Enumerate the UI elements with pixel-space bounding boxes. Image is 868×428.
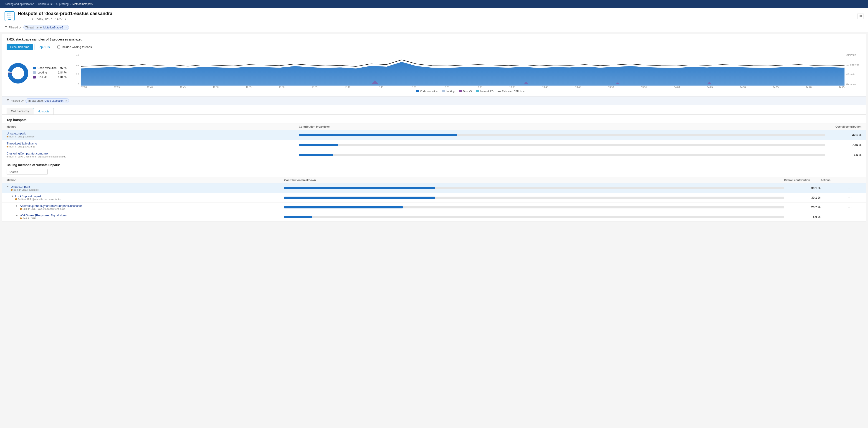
breadcrumb-item-profiling[interactable]: Profiling and optimization (4, 2, 34, 6)
call-actions-btn-1[interactable]: ··· (848, 186, 861, 190)
tab-execution-time[interactable]: Execution time (7, 44, 33, 50)
checkbox-text: Include waiting threads (62, 45, 92, 49)
include-waiting-threads-label[interactable]: Include waiting threads (57, 45, 92, 49)
method-name-2: Thread.setNativeName (7, 142, 299, 145)
legend-label-code: Code execution (37, 66, 56, 70)
filter2-chip-key: Thread state: (28, 99, 44, 102)
next-time-btn[interactable]: › (64, 17, 67, 21)
legend-pct-diskio: 1.31 % (58, 75, 66, 79)
call-bar-container-2 (284, 196, 784, 199)
hotspot-pct-3: 6.5 % (825, 153, 861, 157)
breadcrumb-item-hotspots[interactable]: Method hotspots (72, 2, 93, 6)
hotspot-row-unsafe-unpark[interactable]: Unsafe.unpark Built-In JRE | sun.misc 30… (2, 130, 866, 140)
call-pct-3: 23.7 % (784, 206, 820, 209)
y-right-0ms: 0 ms/min (846, 83, 856, 86)
legend-label-locking: Locking (37, 71, 47, 74)
x-13:10: 13:10 (345, 86, 350, 89)
chart-legend: Code execution Locking Disk I/O Network … (79, 90, 861, 93)
tree-toggle-2[interactable]: ▼ (11, 195, 14, 197)
breadcrumb-item-cpu[interactable]: Continuous CPU profiling (38, 2, 69, 6)
x-13:55: 13:55 (641, 86, 647, 89)
tree-toggle-4[interactable]: ▶ (16, 214, 19, 217)
tab-call-hierarchy[interactable]: Call hierarchy (7, 108, 33, 115)
logo-dot (8, 19, 11, 20)
filter-chip-close[interactable]: × (65, 26, 67, 29)
call-method-name-2: LockSupport.unpark (15, 194, 61, 198)
call-bar-3 (284, 206, 784, 208)
x-13:15: 13:15 (378, 86, 383, 89)
hotspot-method-1: Unsafe.unpark Built-In JRE | sun.misc (7, 132, 299, 138)
x-14:15: 14:15 (773, 86, 779, 89)
col-contribution-breakdown: Contribution breakdown (299, 125, 825, 128)
method-name-1: Unsafe.unpark (7, 132, 299, 135)
call-pct-2: 30.1 % (784, 196, 820, 199)
call-bar-4 (284, 216, 784, 218)
call-col-empty (848, 179, 861, 182)
source-dot-3 (7, 156, 8, 157)
tab-top-apis[interactable]: Top APIs (35, 44, 53, 50)
include-waiting-threads-checkbox[interactable] (57, 45, 60, 49)
x-14:20: 14:20 (806, 86, 812, 89)
app-logo: 110010010101100101 (5, 11, 14, 21)
call-actions-btn-4[interactable]: ··· (848, 215, 861, 219)
call-row-locksupport[interactable]: ▼ LockSupport.unpark Built-In JRE | java… (2, 193, 866, 203)
x-13:35: 13:35 (509, 86, 515, 89)
legend-item-locking: Locking (442, 90, 455, 93)
filter2-chip-close[interactable]: × (65, 99, 67, 102)
expand-button[interactable]: ⊞ (858, 13, 863, 19)
tabs-row: Call hierarchy Hotspots (2, 105, 866, 115)
x-12:35: 12:35 (114, 86, 120, 89)
hotspot-row-clustering[interactable]: ClusteringComparator.compare Built-In Ja… (2, 150, 866, 160)
legend-color-networkio (476, 90, 479, 92)
logo-text: 110010010101100101 (7, 12, 12, 19)
call-row-unsafe[interactable]: ▼ Unsafe.unpark Built-In JRE | sun.misc … (2, 183, 866, 193)
source-dot-1 (7, 135, 8, 137)
call-method-4: ▶ WaitQueue$RegisteredSignal.signal Buil… (7, 214, 284, 220)
prev-time-btn[interactable]: ‹ (31, 17, 34, 21)
call-actions-btn-2[interactable]: ··· (848, 196, 861, 200)
call-actions-btn-3[interactable]: ··· (848, 205, 861, 209)
legend-label-networkio-chart: Network I/O (480, 90, 494, 93)
hotspot-method-2: Thread.setNativeName Built-In JRE | java… (7, 142, 299, 148)
view-tabs: Execution time Top APIs Include waiting … (7, 44, 861, 50)
call-bar-container-3 (284, 206, 784, 208)
call-row-waitqueue[interactable]: ▶ WaitQueue$RegisteredSignal.signal Buil… (2, 212, 866, 222)
top-hotspots-title: Top hotspots (2, 115, 866, 124)
tree-toggle-3[interactable]: ▶ (16, 204, 19, 207)
method-source-1: Built-In JRE | sun.misc (7, 135, 299, 138)
tree-toggle-1[interactable]: ▼ (7, 185, 10, 188)
donut-chart (7, 62, 29, 85)
filter-label-2: Filtered by (7, 99, 24, 102)
legend-pct-code: 97 % (58, 66, 66, 70)
search-box[interactable] (7, 169, 48, 175)
filter-chip-2: Thread state: Code execution × (26, 98, 69, 103)
legend-diskio: Disk I/O 1.31 % (33, 75, 66, 79)
search-input[interactable] (9, 170, 47, 174)
call-method-source-2: Built-In JRE | java.util.concurrent.lock… (15, 198, 61, 201)
call-bar-container-1 (284, 187, 784, 189)
tab-hotspots[interactable]: Hotspots (33, 108, 54, 115)
x-13:40: 13:40 (542, 86, 548, 89)
bar-container-1 (299, 134, 825, 136)
hotspot-row-thread[interactable]: Thread.setNativeName Built-In JRE | java… (2, 140, 866, 150)
legend-color-code (416, 90, 419, 92)
breadcrumb-bar: Profiling and optimization › Continuous … (0, 0, 868, 8)
filter-chip-val: MutationStage-2 (43, 26, 63, 29)
call-bar-fill-3 (284, 206, 403, 208)
search-row (2, 169, 866, 177)
main-content: 7.02k stacktrace samples of 8 processes … (2, 34, 866, 222)
call-col-method: Method (7, 179, 284, 182)
bar-fill-3 (299, 154, 333, 156)
call-bar-2 (284, 196, 784, 199)
call-row-aqs[interactable]: ▶ AbstractQueuedSynchronizer.unparkSucce… (2, 203, 866, 212)
legend-color-diskio (459, 90, 462, 92)
legend-label-cpu-chart: Estimated CPU time (502, 90, 524, 93)
x-12:55: 12:55 (246, 86, 251, 89)
x-12:30: 12:30 (81, 86, 87, 89)
hotspot-bar-2 (299, 144, 825, 146)
method-source-2: Built-In JRE | java.lang (7, 145, 299, 148)
call-method-source-1: Built-In JRE | sun.misc (11, 188, 38, 191)
legend-locking: Locking 1.84 % (33, 71, 66, 74)
call-source-dot-3 (20, 208, 22, 210)
y-left-1.8: 1.8 (76, 54, 79, 56)
